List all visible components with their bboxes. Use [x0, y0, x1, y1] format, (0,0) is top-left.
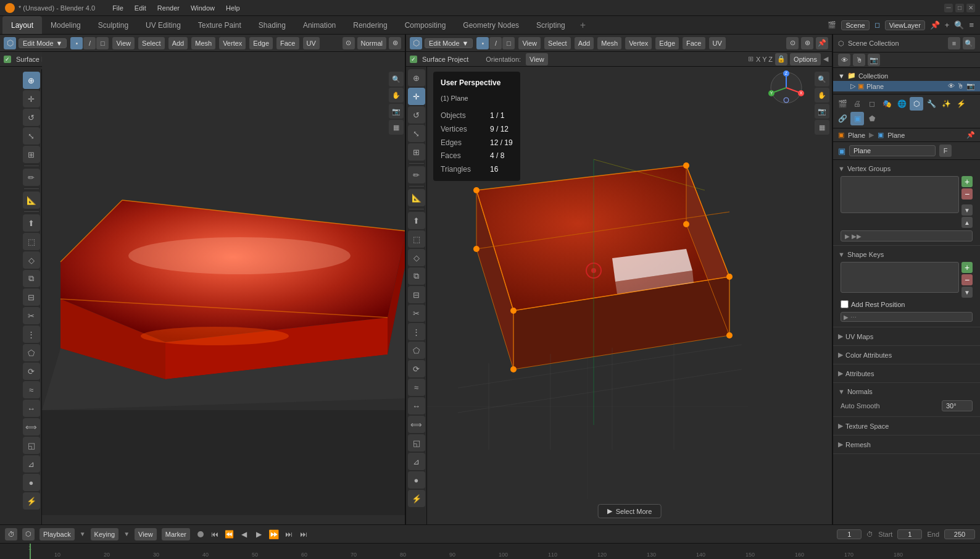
marker-menu[interactable]: Marker	[162, 528, 190, 540]
right-uv-menu[interactable]: UV	[709, 37, 726, 49]
shape-key-expand-btn[interactable]: ▼	[961, 287, 973, 298]
right-shear-tool[interactable]: ⊿	[408, 453, 425, 470]
keying-menu[interactable]: Keying	[91, 528, 119, 540]
shape-key-add-btn[interactable]: +	[961, 262, 973, 273]
right-transform-tool[interactable]: ⊞	[408, 143, 425, 161]
modifiers-props-btn[interactable]: 🔧	[924, 97, 938, 111]
shape-keys-expand2[interactable]: ▶ ⋯	[841, 312, 973, 322]
knife-tool-btn[interactable]: ✂	[23, 307, 40, 324]
new-scene-icon[interactable]: +	[945, 20, 950, 30]
vertex-groups-header[interactable]: ▼ Vertex Groups	[833, 162, 980, 175]
right-measure-tool[interactable]: 📐	[408, 189, 425, 206]
right-bevel-tool[interactable]: ◇	[408, 249, 425, 266]
right-move-tool[interactable]: ✛	[408, 88, 425, 105]
right-lock-btn[interactable]: 🔒	[775, 53, 787, 65]
move-tool-btn[interactable]: ✛	[23, 90, 40, 107]
tab-layout[interactable]: Layout	[2, 16, 42, 34]
right-mode-select[interactable]: Edit Mode ▼	[425, 38, 473, 48]
outliner-restrict-select-icon[interactable]: 🖱	[853, 54, 865, 66]
ortho-perspective-icon[interactable]: ▦	[389, 120, 404, 135]
menu-window[interactable]: Window	[186, 3, 220, 13]
right-annotate-tool[interactable]: ✏	[408, 166, 425, 183]
left-face-menu[interactable]: Face	[276, 37, 299, 49]
menu-help[interactable]: Help	[221, 3, 245, 13]
next-keyframe-btn[interactable]: ⏭	[283, 528, 295, 540]
right-vertex-menu[interactable]: Vertex	[625, 37, 652, 49]
poly-build-tool-btn[interactable]: ⬠	[23, 344, 40, 361]
tab-rendering[interactable]: Rendering	[344, 16, 396, 34]
left-3d-mesh[interactable]	[42, 52, 405, 524]
right-orientation-select[interactable]: View	[526, 53, 548, 65]
right-rotate-tool[interactable]: ↺	[408, 106, 425, 124]
plane-eye-icon[interactable]: 👁	[948, 82, 955, 90]
left-view-menu[interactable]: View	[112, 37, 135, 49]
right-pin-btn[interactable]: 📌	[816, 37, 828, 49]
right-edge-select-btn[interactable]: /	[489, 37, 502, 49]
jump-start-btn[interactable]: ⏮	[209, 528, 221, 540]
pin-icon[interactable]: 📌	[930, 20, 940, 30]
left-mesh-menu[interactable]: Mesh	[191, 37, 215, 49]
tab-animation[interactable]: Animation	[294, 16, 344, 34]
uv-maps-header[interactable]: ▶ UV Maps	[833, 330, 980, 343]
right-zoom-icon[interactable]: 🔍	[815, 72, 829, 86]
attributes-header[interactable]: ▶ Attributes	[833, 367, 980, 380]
tab-sculpting[interactable]: Sculpting	[89, 16, 137, 34]
right-shrink-tool[interactable]: ⟺	[408, 416, 425, 433]
menu-edit[interactable]: Edit	[130, 3, 151, 13]
extrude-tool-btn[interactable]: ⬆	[23, 214, 40, 232]
left-edge-menu[interactable]: Edge	[249, 37, 273, 49]
right-view-menu[interactable]: View	[518, 37, 541, 49]
collection-item[interactable]: ▼ 📁 Collection	[833, 70, 980, 81]
right-add-menu[interactable]: Add	[575, 37, 594, 49]
left-add-menu[interactable]: Add	[168, 37, 188, 49]
vertex-group-expand-btn[interactable]: ▼	[961, 204, 973, 216]
prop-pin-icon[interactable]: 📌	[966, 131, 975, 139]
right-bisect-tool[interactable]: ⋮	[408, 323, 425, 340]
menu-render[interactable]: Render	[152, 3, 185, 13]
right-cursor-tool[interactable]: ⊕	[408, 69, 425, 86]
timeline-ruler[interactable]: 1 10 20 30 40 50 60 70 80 90 100 110 120…	[0, 543, 980, 559]
particles-props-btn[interactable]: ✨	[939, 97, 953, 111]
bisect-tool-btn[interactable]: ⋮	[23, 326, 40, 343]
smooth-tool-btn[interactable]: ≈	[23, 381, 40, 398]
keying-dropdown-icon[interactable]: ▼	[123, 531, 130, 537]
object-props-btn[interactable]: ⬡	[910, 97, 923, 111]
right-gizmo[interactable]: Z X Y	[768, 69, 805, 106]
right-editor-type-btn[interactable]: ⬡	[410, 37, 422, 49]
output-props-btn[interactable]: 🖨	[850, 97, 864, 111]
right-poly-build-tool[interactable]: ⬠	[408, 342, 425, 359]
left-proportional-btn[interactable]: ⊙	[343, 37, 355, 49]
right-to-sphere-tool[interactable]: ●	[408, 471, 425, 489]
tab-scripting[interactable]: Scripting	[528, 16, 574, 34]
add-workspace-button[interactable]: +	[574, 16, 592, 34]
texture-space-header[interactable]: ▶ Texture Space	[833, 419, 980, 432]
jump-end-btn[interactable]: ⏭	[297, 528, 310, 540]
fake-user-btn[interactable]: F	[939, 145, 952, 157]
world-props-btn[interactable]: 🌐	[895, 97, 908, 111]
left-normal-select[interactable]: Normal	[357, 37, 386, 49]
plane-select-icon[interactable]: 🖱	[957, 82, 964, 90]
vertex-group-remove-btn[interactable]: −	[961, 188, 973, 200]
color-attributes-header[interactable]: ▶ Color Attributes	[833, 348, 980, 361]
outliner-restrict-render-icon[interactable]: 📷	[868, 54, 880, 66]
vertex-group-add-btn[interactable]: +	[961, 176, 973, 187]
play-btn[interactable]: ▶	[253, 528, 265, 540]
scene-props-btn[interactable]: 🎭	[880, 97, 894, 111]
right-spin-tool[interactable]: ⟳	[408, 360, 425, 377]
vg-weight-field[interactable]: ▶ ▶▶	[841, 230, 973, 242]
edge-slide-tool-btn[interactable]: ↔	[23, 400, 40, 417]
minimize-button[interactable]: ─	[944, 4, 953, 12]
physics-props-btn[interactable]: ⚡	[954, 97, 968, 111]
data-props-btn[interactable]: ▣	[850, 112, 864, 125]
next-frame-btn[interactable]: ⏩	[268, 528, 280, 540]
right-surface-checkbox[interactable]: ✓	[410, 56, 417, 63]
outliner-search-icon[interactable]: 🔍	[963, 37, 975, 49]
playback-dropdown-icon[interactable]: ▼	[80, 531, 86, 537]
right-extrude-tool[interactable]: ⬆	[408, 212, 425, 229]
view-menu[interactable]: View	[135, 528, 157, 540]
select-more-button[interactable]: ▶ Select More	[598, 504, 662, 518]
right-knife-tool[interactable]: ✂	[408, 305, 425, 322]
annotate-tool-btn[interactable]: ✏	[23, 169, 40, 186]
view-layer-selector[interactable]: ViewLayer	[885, 20, 925, 30]
prev-frame-btn[interactable]: ◀	[238, 528, 251, 540]
